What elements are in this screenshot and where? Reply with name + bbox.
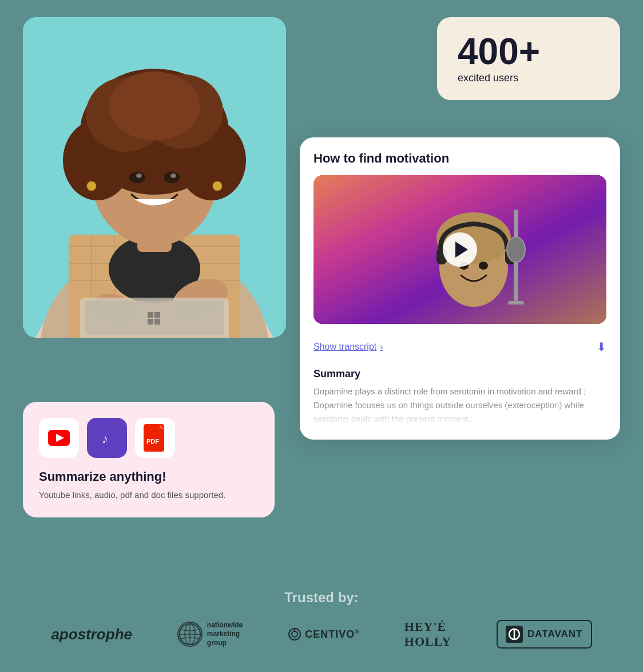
show-transcript-link[interactable]: Show transcript › <box>313 342 383 352</box>
video-thumbnail[interactable] <box>313 175 606 324</box>
summarize-desc: Youtube links, audio, pdf and doc files … <box>39 489 259 502</box>
nationwide-text: nationwidemarketinggroup <box>207 621 243 648</box>
stats-label: excited users <box>458 72 600 84</box>
svg-point-59 <box>292 631 297 637</box>
logos-row: apostrophe nationwidemarke <box>34 619 609 649</box>
svg-text:♪: ♪ <box>102 432 108 446</box>
pdf-icon-chip: PDF <box>135 418 175 458</box>
hero-photo-card <box>23 17 286 338</box>
datavant-text: DATAVANT <box>527 628 582 640</box>
svg-point-26 <box>213 181 222 191</box>
logo-datavant: DATAVANT <box>497 620 592 649</box>
apostrophe-text: apostrophe <box>51 626 132 643</box>
logo-centivo: CENTIVO® <box>288 627 359 641</box>
content-card: How to find motivation <box>300 137 620 440</box>
show-transcript-text: Show transcript <box>313 342 376 352</box>
heyholly-text: HEY'ÉHOLLY <box>404 619 451 649</box>
logo-heyholly: HEY'ÉHOLLY <box>404 619 451 649</box>
play-button[interactable] <box>443 232 477 267</box>
centivo-text: CENTIVO® <box>305 628 359 641</box>
content-card-title: How to find motivation <box>313 151 606 166</box>
svg-rect-33 <box>148 319 153 325</box>
transcript-row: Show transcript › ⬇ <box>313 333 606 361</box>
logo-nationwide: nationwidemarketinggroup <box>177 621 243 648</box>
play-icon <box>455 242 468 258</box>
svg-rect-31 <box>148 312 153 318</box>
summary-section: Summary Dopamine plays a distinct role f… <box>313 368 606 426</box>
logo-apostrophe: apostrophe <box>51 626 132 643</box>
trusted-section: Trusted by: apostrophe <box>0 572 643 672</box>
summary-title: Summary <box>313 368 606 380</box>
right-column: 400+ excited users <box>303 17 620 100</box>
svg-point-24 <box>170 173 176 178</box>
svg-point-20 <box>109 72 200 140</box>
chevron-right-icon: › <box>380 342 383 352</box>
icons-row: ♪ PDF <box>39 418 259 458</box>
stats-card: 400+ excited users <box>437 17 620 100</box>
summarize-title: Summarize anything! <box>39 469 259 484</box>
datavant-icon <box>506 626 523 643</box>
nationwide-circle-icon <box>177 622 203 647</box>
download-icon[interactable]: ⬇ <box>597 340 606 354</box>
main-container: 400+ excited users How to find motivatio… <box>0 0 643 672</box>
stats-number: 400+ <box>458 33 600 70</box>
summarize-card: ♪ PDF Summarize anything! Youtube links,… <box>23 402 275 518</box>
svg-text:PDF: PDF <box>146 438 159 445</box>
video-overlay <box>313 175 606 324</box>
summary-text: Dopamine plays a distinct role from sero… <box>313 385 606 426</box>
svg-point-25 <box>87 181 96 191</box>
svg-point-23 <box>136 173 142 178</box>
youtube-icon-chip <box>39 418 79 458</box>
trusted-label: Trusted by: <box>34 590 609 606</box>
svg-rect-32 <box>154 312 160 318</box>
audio-icon-chip: ♪ <box>87 418 127 458</box>
svg-rect-34 <box>154 319 160 325</box>
